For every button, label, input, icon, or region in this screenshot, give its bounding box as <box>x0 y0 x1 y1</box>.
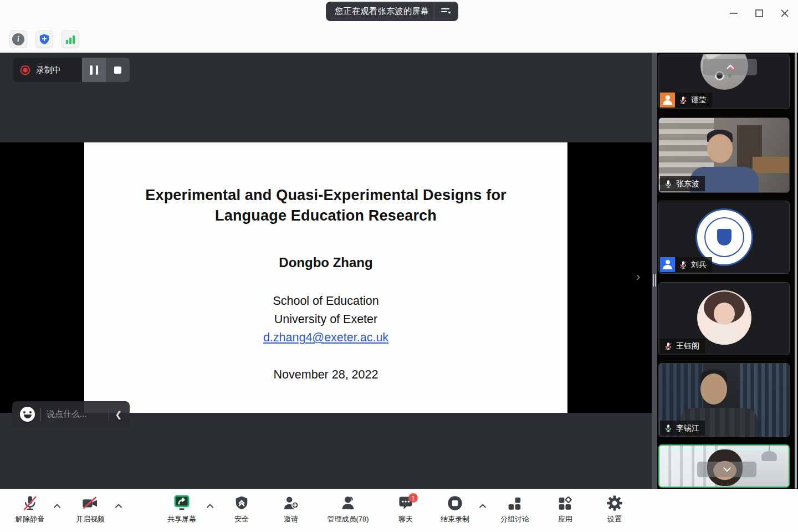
security-shield-icon <box>234 494 249 511</box>
quick-chat-bar: 说点什么... ❮ <box>12 401 130 427</box>
slide-email-link[interactable]: d.zhang4@exeter.ac.uk <box>84 331 567 345</box>
maximize-button[interactable] <box>750 4 768 22</box>
participant-name-tag: 谭莹 <box>660 93 712 108</box>
share-screen-button[interactable]: 共享屏幕 <box>167 494 196 524</box>
stop-recording-button[interactable] <box>106 58 130 82</box>
recording-indicator: 录制中 <box>13 58 130 82</box>
apps-label: 应用 <box>558 514 572 524</box>
mic-on-icon <box>664 180 673 188</box>
share-options-chevron[interactable] <box>207 500 214 510</box>
meeting-info-button[interactable]: i <box>9 30 27 48</box>
participant-name: 谭莹 <box>691 95 707 105</box>
record-dot-icon <box>20 65 30 75</box>
participant-name-tag: 刘兵 <box>660 257 712 272</box>
pause-icon <box>90 65 98 75</box>
slide-date: November 28, 2022 <box>84 368 567 382</box>
camera-off-icon <box>81 494 99 511</box>
slide-author: Dongbo Zhang <box>84 255 567 270</box>
host-badge-icon <box>660 93 675 108</box>
mic-speaking-icon <box>664 424 673 433</box>
start-video-button[interactable]: 开启视频 <box>76 494 105 524</box>
watching-screen-pill: 您正在观看张东波的屏幕 <box>326 2 458 21</box>
manage-participants-label: 管理成员(78) <box>327 514 369 524</box>
participant-tile-active[interactable] <box>658 444 790 488</box>
participant-tile[interactable]: 谭莹 <box>658 54 790 109</box>
participant-tile[interactable]: 王钰阁 <box>658 282 790 355</box>
start-video-label: 开启视频 <box>76 514 105 524</box>
stop-record-icon <box>447 494 463 511</box>
unmute-label: 解除静音 <box>16 514 44 524</box>
stop-recording-toolbar-button[interactable]: 结束录制 <box>441 494 469 524</box>
video-options-chevron[interactable] <box>115 500 122 510</box>
scroll-up-button[interactable] <box>703 59 757 75</box>
divider <box>109 408 109 421</box>
participants-icon <box>340 494 356 511</box>
chevron-down-icon <box>723 467 732 472</box>
audio-options-chevron[interactable] <box>54 500 61 510</box>
participant-tile[interactable]: 张东波 <box>658 117 790 193</box>
participant-name-tag: 李锡江 <box>660 421 705 436</box>
network-quality-button[interactable] <box>62 30 79 48</box>
chevron-up-icon <box>726 64 735 70</box>
shield-plus-icon <box>38 33 50 45</box>
close-button[interactable] <box>776 4 794 22</box>
watching-screen-label: 您正在观看张东波的屏幕 <box>335 6 429 17</box>
settings-button[interactable]: 设置 <box>606 494 623 524</box>
participant-badge-icon <box>660 257 675 272</box>
slide-affiliation1: School of Education <box>84 294 567 308</box>
share-options-icon[interactable] <box>434 2 458 21</box>
scroll-down-button[interactable] <box>697 462 756 477</box>
mic-muted-icon <box>679 260 688 269</box>
participant-name: 李锡江 <box>676 423 699 433</box>
slide-affiliation2: University of Exeter <box>84 313 567 326</box>
mic-muted-icon <box>664 342 673 351</box>
share-screen-label: 共享屏幕 <box>167 514 196 524</box>
invite-label: 邀请 <box>284 514 298 524</box>
participant-tile[interactable]: 刘兵 <box>658 201 790 274</box>
meeting-toolbar: 解除静音 开启视频 共享屏幕 <box>0 489 798 532</box>
slide-title-line1: Experimental and Quasi-Experimental Desi… <box>84 187 567 204</box>
recording-label: 录制中 <box>36 65 82 75</box>
participant-name-tag: 王钰阁 <box>660 339 705 354</box>
screen-share-icon <box>173 494 191 511</box>
emoji-icon[interactable] <box>20 407 35 422</box>
security-label: 安全 <box>234 514 249 524</box>
gear-icon <box>606 494 623 511</box>
breakout-rooms-button[interactable]: 分组讨论 <box>500 494 529 524</box>
signal-bars-icon <box>65 34 76 45</box>
pause-recording-button[interactable] <box>82 58 106 82</box>
meeting-statusbar: i 34:26 演讲者视图 <box>0 26 798 53</box>
slide-title-line2: Language Education Research <box>84 207 567 224</box>
chat-unread-badge: 1 <box>408 493 418 503</box>
divider <box>40 408 41 421</box>
window-titlebar: 您正在观看张东波的屏幕 <box>0 0 798 26</box>
mic-muted-icon <box>22 494 38 511</box>
recording-options-chevron[interactable] <box>479 500 487 510</box>
minimize-button[interactable] <box>725 4 743 22</box>
sidebar-scrollbar[interactable] <box>795 53 797 489</box>
participant-name-tag: 张东波 <box>660 176 705 191</box>
apps-grid-icon <box>557 494 573 511</box>
stop-icon <box>114 66 121 74</box>
presentation-slide: Experimental and Quasi-Experimental Desi… <box>84 142 567 413</box>
unmute-button[interactable]: 解除静音 <box>16 494 44 524</box>
stop-recording-label: 结束录制 <box>441 514 469 524</box>
quick-chat-input[interactable]: 说点什么... <box>47 409 103 420</box>
info-icon: i <box>12 33 24 45</box>
apps-button[interactable]: 应用 <box>557 494 573 524</box>
mic-muted-icon <box>679 96 688 105</box>
panel-resize-handle[interactable] <box>652 53 657 489</box>
security-shield-button[interactable] <box>35 30 53 48</box>
security-button[interactable]: 安全 <box>234 494 249 524</box>
settings-label: 设置 <box>607 514 622 524</box>
expand-panel-icon[interactable]: › <box>636 270 640 284</box>
invite-person-icon <box>283 494 299 511</box>
invite-button[interactable]: 邀请 <box>283 494 299 524</box>
breakout-squares-icon <box>507 494 523 511</box>
participant-tile[interactable]: 李锡江 <box>658 363 790 437</box>
manage-participants-button[interactable]: 管理成员(78) <box>327 494 369 524</box>
breakout-rooms-label: 分组讨论 <box>500 514 529 524</box>
collapse-chat-icon[interactable]: ❮ <box>115 410 122 420</box>
participant-name: 刘兵 <box>691 260 707 270</box>
participant-name: 王钰阁 <box>676 341 699 351</box>
